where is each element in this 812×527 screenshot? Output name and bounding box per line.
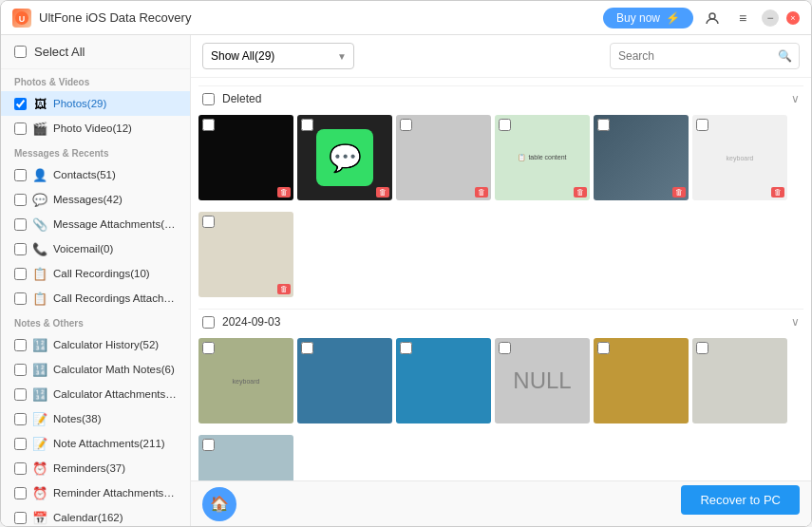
delete-badge: 🗑 — [277, 284, 291, 294]
deleted-checkbox[interactable] — [202, 93, 215, 105]
photo-checkbox[interactable] — [597, 342, 610, 354]
reminder-attach-label: Reminder Attachments(27) — [53, 487, 177, 499]
photo-checkbox[interactable] — [202, 119, 215, 131]
search-box[interactable]: 🔍 — [610, 43, 800, 69]
sidebar-item-calendar[interactable]: 📅 Calendar(162) — [1, 505, 190, 526]
photo-thumb[interactable]: 🗑 — [198, 115, 293, 200]
reminder-attach-icon: ⏰ — [32, 485, 47, 500]
photo-video-label: Photo Video(12) — [53, 122, 132, 134]
sidebar-item-messages[interactable]: 💬 Messages(42) — [1, 187, 190, 212]
select-all-label: Select All — [34, 45, 85, 59]
photo-thumb[interactable]: keyboard 🗑 — [692, 115, 787, 200]
menu-icon[interactable]: ≡ — [731, 7, 754, 29]
photo-thumb[interactable]: 📋 table content 🗑 — [495, 115, 590, 200]
contacts-icon: 👤 — [32, 167, 47, 182]
voicemail-label: Voicemail(0) — [53, 243, 113, 254]
section-photos-videos: Photos & Videos — [1, 69, 190, 91]
photo-checkbox[interactable] — [301, 119, 313, 131]
photo-thumb[interactable]: 🗑 — [594, 115, 689, 200]
photo-thumb[interactable] — [297, 338, 392, 423]
deleted-group-header[interactable]: Deleted ∨ — [198, 85, 803, 111]
select-all-checkbox[interactable] — [14, 46, 27, 58]
date-checkbox[interactable] — [202, 316, 215, 329]
delete-badge: 🗑 — [376, 187, 389, 198]
sidebar-item-calc-math[interactable]: 🔢 Calculator Math Notes(6) — [1, 357, 190, 382]
date-photo-grid: keyboard NULL — [198, 334, 803, 431]
buy-now-label: Buy now — [616, 11, 660, 25]
recover-button[interactable]: Recover to PC — [681, 485, 800, 515]
sidebar-item-call-rec-attach[interactable]: 📋 Call Recordings Attachment... — [1, 286, 190, 311]
photo-checkbox[interactable] — [400, 342, 412, 354]
home-button[interactable]: 🏠 — [202, 487, 236, 521]
user-icon[interactable] — [701, 7, 724, 29]
photo-video-icon: 🎬 — [32, 121, 47, 136]
photo-thumb[interactable] — [396, 338, 491, 423]
toolbar: Show All(29) ▼ 🔍 — [191, 35, 811, 78]
section-notes-others: Notes & Others — [1, 311, 190, 332]
sidebar-item-voicemail[interactable]: 📞 Voicemail(0) — [1, 236, 190, 261]
calc-math-label: Calculator Math Notes(6) — [53, 364, 175, 375]
home-icon: 🏠 — [210, 495, 229, 513]
date-photo-grid-row2 — [198, 431, 803, 480]
msg-attach-icon: 📎 — [32, 216, 47, 232]
deleted-chevron-icon: ∨ — [791, 92, 800, 105]
close-button[interactable]: × — [786, 11, 800, 25]
photo-checkbox[interactable] — [400, 119, 412, 131]
call-rec-attach-icon: 📋 — [32, 291, 47, 306]
photo-thumb[interactable]: keyboard — [198, 338, 293, 423]
calendar-label: Calendar(162) — [53, 512, 123, 523]
delete-badge: 🗑 — [277, 187, 291, 198]
sidebar-item-calc-history[interactable]: 🔢 Calculator History(52) — [1, 332, 190, 357]
photo-checkbox[interactable] — [301, 342, 313, 354]
photo-thumb[interactable] — [692, 338, 787, 423]
sidebar-item-photo-video[interactable]: 🎬 Photo Video(12) — [1, 116, 190, 141]
note-attach-label: Note Attachments(211) — [53, 438, 165, 449]
sidebar-item-contacts[interactable]: 👤 Contacts(51) — [1, 162, 190, 187]
photo-checkbox[interactable] — [499, 342, 511, 354]
photo-checkbox[interactable] — [202, 216, 215, 228]
sidebar-item-call-rec[interactable]: 📋 Call Recordings(10) — [1, 261, 190, 286]
lightning-icon: ⚡ — [666, 11, 680, 25]
photo-thumb[interactable]: 💬 🗑 — [297, 115, 392, 200]
deleted-label: Deleted — [222, 92, 261, 105]
date-label: 2024-09-03 — [222, 315, 280, 329]
photo-checkbox[interactable] — [696, 342, 708, 354]
sidebar-item-reminder-attach[interactable]: ⏰ Reminder Attachments(27) — [1, 480, 190, 505]
app-title: UltFone iOS Data Recovery — [39, 10, 595, 25]
call-rec-attach-label: Call Recordings Attachment... — [53, 292, 177, 304]
photo-checkbox[interactable] — [597, 119, 610, 131]
delete-badge: 🗑 — [672, 187, 686, 198]
photo-thumb[interactable] — [198, 435, 293, 480]
bottom-bar: 🏠 Recover to PC — [191, 480, 811, 526]
buy-now-button[interactable]: Buy now ⚡ — [603, 8, 693, 28]
photo-checkbox[interactable] — [202, 342, 215, 354]
photo-thumb[interactable]: 🗑 — [198, 212, 293, 297]
sidebar-item-reminders[interactable]: ⏰ Reminders(37) — [1, 456, 190, 480]
select-all-row[interactable]: Select All — [1, 35, 190, 69]
photo-checkbox[interactable] — [499, 119, 511, 131]
sidebar-item-note-attach[interactable]: 📝 Note Attachments(211) — [1, 431, 190, 456]
sidebar-item-photos[interactable]: 🖼 Photos(29) — [1, 91, 190, 116]
photo-thumb[interactable]: NULL — [495, 338, 590, 423]
delete-badge: 🗑 — [475, 187, 488, 198]
content-area: Show All(29) ▼ 🔍 Deleted ∨ — [191, 35, 811, 526]
calc-history-label: Calculator History(52) — [53, 339, 159, 350]
filter-dropdown-wrapper[interactable]: Show All(29) ▼ — [202, 43, 354, 69]
calendar-icon: 📅 — [32, 510, 47, 525]
photo-thumb[interactable]: 🗑 — [396, 115, 491, 200]
sidebar-item-msg-attach[interactable]: 📎 Message Attachments(16) — [1, 212, 190, 236]
photo-checkbox[interactable] — [696, 119, 708, 131]
sidebar-item-calc-attach[interactable]: 🔢 Calculator Attachments(30) — [1, 382, 190, 406]
calc-attach-label: Calculator Attachments(30) — [53, 388, 177, 400]
minimize-button[interactable]: − — [762, 9, 779, 27]
sidebar-item-notes[interactable]: 📝 Notes(38) — [1, 406, 190, 431]
filter-dropdown[interactable]: Show All(29) — [202, 43, 354, 69]
section-messages-recents: Messages & Recents — [1, 141, 190, 162]
search-input[interactable] — [610, 43, 800, 69]
calc-attach-icon: 🔢 — [32, 386, 47, 402]
date-group-header[interactable]: 2024-09-03 ∨ — [198, 309, 803, 334]
photo-thumb[interactable] — [594, 338, 689, 423]
deleted-photo-grid-row2: 🗑 — [198, 208, 803, 305]
photo-checkbox[interactable] — [202, 439, 215, 451]
notes-icon: 📝 — [32, 411, 47, 426]
